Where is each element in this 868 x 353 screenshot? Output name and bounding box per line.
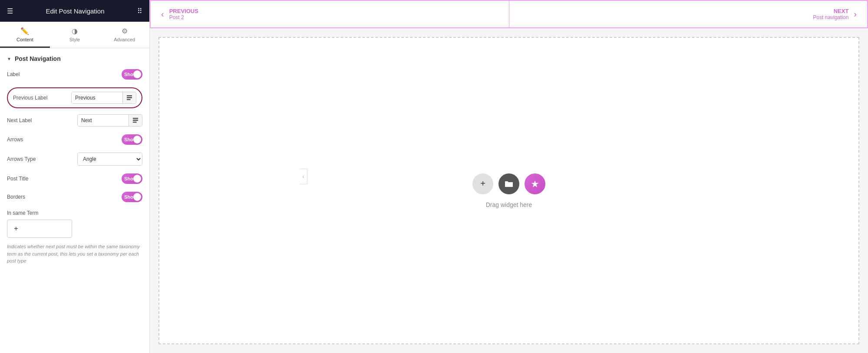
borders-toggle[interactable]: Show [122, 192, 142, 202]
post-title-toggle-wrapper: Show [122, 173, 142, 184]
hint-text: Indicates whether next post must be with… [7, 243, 142, 265]
arrows-toggle-text: Show [124, 137, 137, 142]
panel-content: ▼ Post Navigation Label Show Previous La… [0, 48, 149, 353]
nav-next: NEXT Post navigation › [509, 1, 868, 27]
in-same-term-section: In same Term + [7, 210, 142, 238]
arrows-toggle-wrapper: Show [122, 134, 142, 145]
previous-label-input[interactable] [72, 92, 122, 103]
post-title-toggle-text: Show [124, 176, 137, 181]
style-tab-icon: ◑ [72, 27, 78, 35]
borders-field-label: Borders [7, 194, 25, 200]
post-title-row: Post Title Show [7, 173, 142, 184]
next-nav-text: NEXT Post navigation [813, 8, 848, 20]
content-tab-icon: ✏️ [20, 27, 29, 35]
previous-label-highlighted-container: Previous Label [7, 87, 142, 108]
svg-rect-3 [133, 118, 138, 119]
label-row: Label Show [7, 69, 142, 80]
next-title: Post navigation [813, 14, 848, 20]
drag-widget-area: + Drag widget here [158, 37, 859, 344]
post-title-toggle[interactable]: Show [122, 173, 142, 184]
borders-row: Borders Show [7, 192, 142, 202]
main-area: ‹ PREVIOUS Post 2 NEXT Post navigation ›… [150, 0, 868, 353]
arrows-type-select[interactable]: Angle Chevron Arrow [78, 153, 142, 165]
next-label-input[interactable] [78, 115, 129, 126]
sidebar-title: Edit Post Navigation [46, 7, 104, 15]
post-title-field-label: Post Title [7, 176, 28, 182]
in-same-term-label: In same Term [7, 210, 142, 216]
advanced-tab-icon: ⚙ [122, 27, 128, 35]
next-label-row: Next Label [7, 114, 142, 127]
prev-arrow-icon: ‹ [161, 9, 164, 19]
label-toggle-text: Show [124, 72, 137, 77]
advanced-tab-label: Advanced [114, 37, 135, 42]
borders-toggle-wrapper: Show [122, 192, 142, 202]
next-label-field-label: Next Label [7, 117, 32, 123]
borders-toggle-text: Show [124, 194, 137, 200]
content-tab-label: Content [17, 37, 33, 42]
previous-label-field-label: Previous Label [13, 95, 47, 101]
nav-prev: ‹ PREVIOUS Post 2 [151, 1, 509, 27]
arrows-type-select-group: Angle Chevron Arrow [77, 153, 142, 166]
svg-rect-2 [127, 99, 131, 100]
next-label: NEXT [813, 8, 848, 14]
svg-rect-1 [127, 97, 132, 98]
add-widget-button[interactable]: + [472, 173, 493, 194]
section-collapse-icon[interactable]: ▼ [7, 57, 11, 61]
drag-buttons: + [472, 173, 545, 194]
prev-title: Post 2 [169, 14, 198, 20]
sidebar-collapse-button[interactable]: ‹ [300, 169, 307, 184]
tab-advanced[interactable]: ⚙ Advanced [99, 22, 149, 48]
arrows-toggle[interactable]: Show [122, 134, 142, 145]
post-nav-widget: ‹ PREVIOUS Post 2 NEXT Post navigation › [150, 0, 868, 28]
arrows-type-field-label: Arrows Type [7, 156, 36, 162]
previous-label-row: Previous Label [13, 92, 136, 104]
sidebar-header: ☰ Edit Post Navigation ⠿ [0, 0, 149, 22]
style-tab-label: Style [69, 37, 80, 42]
tabs-bar: ✏️ Content ◑ Style ⚙ Advanced [0, 22, 149, 48]
label-toggle-wrapper: Show [122, 69, 142, 80]
arrows-field-label: Arrows [7, 137, 23, 143]
tab-style[interactable]: ◑ Style [50, 22, 100, 48]
previous-label-input-group [71, 92, 136, 104]
folder-button[interactable] [498, 173, 519, 194]
section-header: ▼ Post Navigation [7, 55, 142, 62]
svg-rect-5 [133, 122, 137, 123]
label-toggle[interactable]: Show [122, 69, 142, 80]
sidebar: ☰ Edit Post Navigation ⠿ ✏️ Content ◑ St… [0, 0, 150, 353]
svg-rect-0 [127, 95, 132, 97]
next-label-dynamic-icon[interactable] [129, 115, 142, 126]
hamburger-icon[interactable]: ☰ [7, 7, 13, 15]
next-label-input-group [77, 114, 142, 127]
prev-label: PREVIOUS [169, 8, 198, 14]
previous-label-dynamic-icon[interactable] [122, 92, 136, 103]
arrows-row: Arrows Show [7, 134, 142, 145]
arrows-type-row: Arrows Type Angle Chevron Arrow [7, 153, 142, 166]
section-title: Post Navigation [15, 55, 61, 62]
tab-content[interactable]: ✏️ Content [0, 22, 50, 48]
svg-rect-4 [133, 120, 138, 121]
label-field-label: Label [7, 71, 20, 77]
grid-icon[interactable]: ⠿ [137, 7, 142, 15]
prev-nav-text: PREVIOUS Post 2 [169, 8, 198, 20]
drag-widget-text: Drag widget here [486, 201, 532, 208]
magic-button[interactable] [525, 173, 545, 194]
in-same-term-add-button[interactable]: + [9, 222, 23, 236]
next-arrow-icon: › [854, 9, 857, 19]
